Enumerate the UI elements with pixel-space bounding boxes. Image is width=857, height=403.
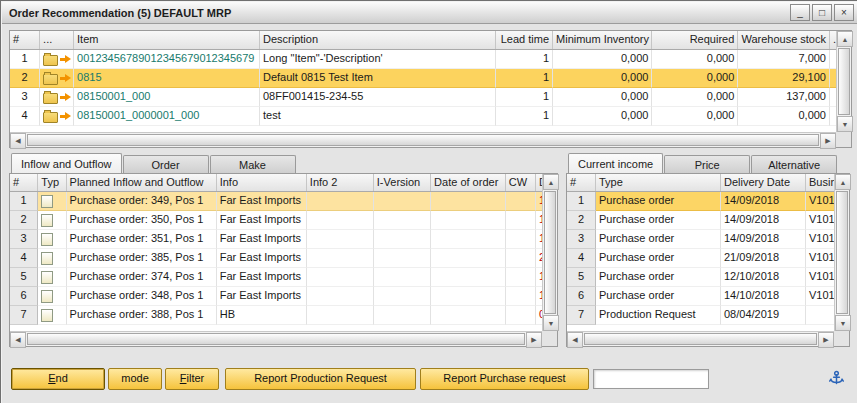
date-of-order-cell[interactable] [431, 268, 506, 287]
info2-cell[interactable] [307, 192, 374, 211]
hscroll-track[interactable] [26, 332, 526, 346]
hscroll-thumb[interactable] [27, 134, 819, 146]
business-partner-cell[interactable]: V1010 [806, 211, 834, 230]
item-row[interactable]: 3 08150001_000 08FF001415-234-55 1 0,000… [10, 88, 836, 107]
business-partner-cell[interactable] [806, 306, 834, 325]
income-row[interactable]: 6 Purchase order 14/10/2018 V1010 [567, 287, 834, 306]
delivery-date-cell[interactable]: 14/09/2018 [721, 192, 806, 211]
income-row[interactable]: 5 Purchase order 12/10/2018 V1010 [567, 268, 834, 287]
scroll-right-icon[interactable]: ▶ [820, 133, 836, 149]
warehouse-stock-cell[interactable]: 137,000 [738, 88, 830, 107]
info-cell[interactable]: HB [217, 306, 307, 325]
type-cell[interactable]: Purchase order [596, 192, 721, 211]
inflow-row[interactable]: 3 Purchase order: 351, Pos 1 Far East Im… [10, 230, 542, 249]
date-of-order-cell[interactable] [431, 249, 506, 268]
type-cell[interactable]: Purchase order [596, 287, 721, 306]
info2-cell[interactable] [307, 249, 374, 268]
business-partner-cell[interactable]: V1010 [806, 268, 834, 287]
income-vscrollbar[interactable]: ▲ ▼ [834, 174, 849, 331]
items-table-vscrollbar[interactable]: ▲ ▼ [836, 31, 851, 132]
min-inventory-cell[interactable]: 0,000 [553, 107, 652, 126]
lead-time-cell[interactable]: 1 [496, 50, 553, 69]
tab-inflow-and-outflow[interactable]: Inflow and Outflow [11, 153, 122, 173]
required-cell[interactable]: 0,000 [652, 69, 738, 88]
row-number[interactable]: 6 [567, 287, 596, 306]
planned-inflow-cell[interactable]: Purchase order: 351, Pos 1 [67, 230, 217, 249]
planned-inflow-cell[interactable]: Purchase order: 348, Pos 1 [67, 287, 217, 306]
income-row[interactable]: 4 Purchase order 21/09/2018 V1010 [567, 249, 834, 268]
cw-cell[interactable] [506, 211, 536, 230]
delivery-date-cell[interactable]: 08/04/2019 [721, 306, 806, 325]
row-number[interactable]: 1 [567, 192, 596, 211]
row-number[interactable]: 1 [10, 50, 40, 69]
item-code-link[interactable]: 00123456789012345679012345679 [74, 50, 260, 69]
type-cell[interactable]: Purchase order [596, 249, 721, 268]
vscroll-track[interactable] [835, 190, 849, 315]
report-production-request-button[interactable]: Report Production Request [225, 368, 416, 390]
income-row[interactable]: 2 Purchase order 14/09/2018 V1010 [567, 211, 834, 230]
item-description[interactable]: Default 0815 Test Item [260, 69, 496, 88]
inflow-row[interactable]: 6 Purchase order: 348, Pos 1 Far East Im… [10, 287, 542, 306]
date-of-order-cell[interactable] [431, 287, 506, 306]
tab-current-income[interactable]: Current income [568, 153, 663, 173]
row-number[interactable]: 1 [10, 192, 38, 211]
date-of-order-cell[interactable] [431, 306, 506, 325]
min-inventory-cell[interactable]: 0,000 [553, 50, 652, 69]
cw-cell[interactable] [506, 230, 536, 249]
required-cell[interactable]: 0,000 [652, 88, 738, 107]
type-cell[interactable]: Purchase order [596, 268, 721, 287]
inflow-row[interactable]: 2 Purchase order: 350, Pos 1 Far East Im… [10, 211, 542, 230]
row-number[interactable]: 2 [10, 69, 40, 88]
cw-cell[interactable] [506, 306, 536, 325]
warehouse-stock-cell[interactable]: 7,000 [738, 50, 830, 69]
info2-cell[interactable] [307, 268, 374, 287]
info2-cell[interactable] [307, 306, 374, 325]
cw-cell[interactable] [506, 287, 536, 306]
iversion-cell[interactable] [374, 211, 431, 230]
report-purchase-request-button[interactable]: Report Purchase request [420, 368, 589, 390]
filter-button[interactable]: Filter [165, 368, 219, 390]
info2-cell[interactable] [307, 287, 374, 306]
lead-time-cell[interactable]: 1 [496, 88, 553, 107]
scroll-left-icon[interactable]: ◀ [10, 332, 26, 348]
inflow-vscrollbar[interactable]: ▲ ▼ [542, 174, 557, 331]
date-of-order-cell[interactable] [431, 211, 506, 230]
date-of-order-cell[interactable] [431, 230, 506, 249]
link-arrow-icon[interactable] [60, 112, 71, 121]
delivery-date-cell[interactable]: 14/10/2018 [721, 287, 806, 306]
business-partner-cell[interactable]: V1010 [806, 287, 834, 306]
income-row[interactable]: 3 Purchase order 14/09/2018 V1010 [567, 230, 834, 249]
row-number[interactable]: 5 [10, 268, 38, 287]
tab-order[interactable]: Order [123, 155, 209, 173]
vscroll-thumb[interactable] [544, 191, 556, 314]
vscroll-thumb[interactable] [836, 191, 848, 314]
cw-cell[interactable] [506, 192, 536, 211]
type-cell[interactable]: Purchase order [596, 230, 721, 249]
hscroll-track[interactable] [26, 133, 820, 147]
required-cell[interactable]: 0,000 [652, 50, 738, 69]
mode-button[interactable]: mode [108, 368, 162, 390]
inflow-row[interactable]: 7 Purchase order: 388, Pos 1 HB 08/04/2 [10, 306, 542, 325]
items-table-hscrollbar[interactable]: ◀ ▶ [10, 132, 836, 147]
footer-text-input[interactable] [593, 369, 709, 389]
row-number[interactable]: 3 [567, 230, 596, 249]
inflow-row[interactable]: 5 Purchase order: 374, Pos 1 Far East Im… [10, 268, 542, 287]
link-arrow-icon[interactable] [60, 74, 71, 83]
info-cell[interactable]: Far East Imports [217, 268, 307, 287]
iversion-cell[interactable] [374, 192, 431, 211]
item-row[interactable]: 4 08150001_0000001_000 test 1 0,000 0,00… [10, 107, 836, 126]
income-hscrollbar[interactable]: ◀ ▶ [567, 331, 834, 346]
vscroll-thumb[interactable] [838, 48, 850, 115]
row-number[interactable]: 5 [567, 268, 596, 287]
planned-inflow-cell[interactable]: Purchase order: 388, Pos 1 [67, 306, 217, 325]
delivery-date-cell[interactable]: 14/09/2018 [721, 211, 806, 230]
inflow-row[interactable]: 4 Purchase order: 385, Pos 1 Far East Im… [10, 249, 542, 268]
info2-cell[interactable] [307, 230, 374, 249]
info-cell[interactable]: Far East Imports [217, 287, 307, 306]
hscroll-thumb[interactable] [584, 333, 817, 345]
inflow-row-selected[interactable]: 1 Purchase order: 349, Pos 1 Far East Im… [10, 192, 542, 211]
item-description[interactable]: test [260, 107, 496, 126]
scroll-down-icon[interactable]: ▼ [543, 315, 559, 331]
item-code-link[interactable]: 08150001_000 [74, 88, 260, 107]
type-cell[interactable]: Purchase order [596, 211, 721, 230]
